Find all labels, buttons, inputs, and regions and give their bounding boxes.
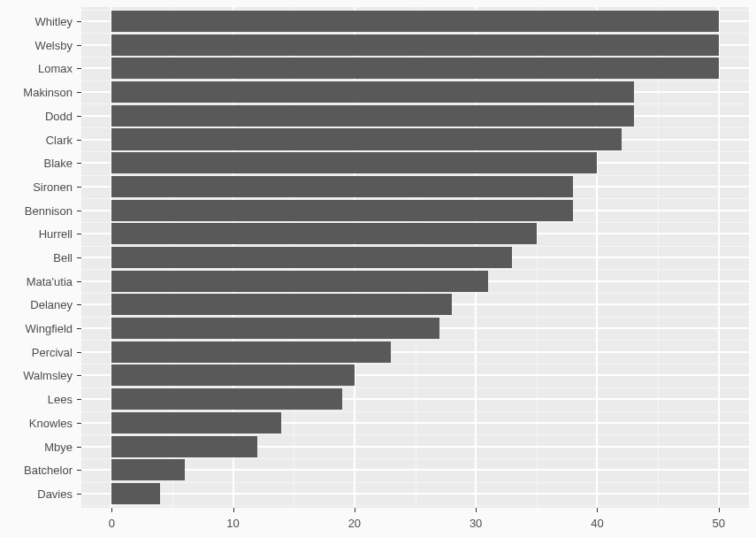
bar-lees	[111, 388, 342, 410]
y-tick-label: Mata'utia	[27, 274, 73, 288]
y-tick-label: Whitley	[34, 15, 73, 28]
y-tick	[77, 211, 81, 211]
bar-bell	[111, 247, 512, 268]
bar-davies	[111, 483, 160, 504]
x-tick	[233, 508, 234, 512]
y-tick	[77, 234, 81, 234]
y-tick	[77, 470, 81, 471]
bar-wingfield	[111, 318, 439, 339]
y-tick	[77, 68, 81, 69]
y-tick	[77, 304, 81, 305]
chart-panel	[81, 7, 749, 508]
y-tick-label: Davies	[37, 487, 73, 500]
x-tick-label: 30	[470, 517, 482, 530]
y-tick-label: Knowles	[29, 416, 73, 429]
bar-welsby	[111, 35, 718, 56]
y-tick-label: Welsby	[35, 38, 73, 51]
bar-knowles	[111, 412, 281, 433]
y-tick-label: Bennison	[25, 203, 73, 217]
y-tick-label: Walmsley	[23, 369, 73, 382]
y-tick-label: Makinson	[23, 86, 73, 99]
x-tick	[355, 508, 355, 512]
bar-makinson	[111, 81, 633, 103]
y-tick-label: Mbye	[44, 440, 73, 453]
y-tick	[77, 423, 81, 424]
x-tick-label: 40	[591, 517, 603, 530]
y-axis-labels: WhitleyWelsbyLomaxMakinsonDoddClarkBlake…	[0, 7, 73, 508]
bar-dodd	[111, 105, 633, 127]
y-tick	[77, 494, 81, 495]
y-tick	[77, 92, 81, 93]
bar-mbye	[111, 436, 257, 457]
y-tick-label: Dodd	[45, 109, 73, 122]
y-tick	[77, 163, 81, 164]
bar-batchelor	[111, 459, 184, 480]
y-tick-label: Blake	[43, 157, 73, 170]
x-tick	[111, 508, 112, 512]
bar-bennison	[111, 200, 573, 221]
bar-percival	[111, 341, 391, 363]
y-tick	[77, 399, 81, 400]
bar-clark	[111, 128, 622, 150]
y-tick	[77, 116, 81, 117]
y-tick-label: Delaney	[30, 298, 73, 311]
x-tick-label: 20	[348, 517, 361, 530]
x-tick-label: 50	[712, 517, 724, 530]
x-tick-label: 10	[226, 517, 239, 530]
y-tick-label: Wingfield	[26, 322, 73, 335]
bar-sironen	[111, 176, 573, 197]
bar-blake	[111, 152, 597, 173]
y-tick	[77, 352, 81, 353]
y-tick	[77, 257, 81, 258]
bar-whitley	[111, 11, 718, 32]
y-tick	[77, 447, 81, 448]
y-tick-label: Hurrell	[39, 227, 73, 241]
y-tick	[77, 140, 81, 141]
y-tick	[77, 187, 81, 188]
bar-matautia	[111, 271, 488, 292]
x-tick	[476, 508, 477, 512]
y-tick	[77, 328, 81, 329]
x-tick	[719, 508, 720, 512]
y-tick	[77, 281, 81, 282]
y-tick-label: Lees	[48, 393, 73, 406]
y-tick-label: Bell	[53, 251, 73, 265]
y-tick-label: Sironen	[33, 180, 73, 193]
y-tick-label: Percival	[32, 345, 73, 358]
bar-walmsley	[111, 364, 355, 386]
y-tick	[77, 375, 81, 376]
bar-hurrell	[111, 223, 536, 244]
y-tick-label: Lomax	[38, 62, 73, 75]
y-tick	[77, 45, 81, 46]
bar-lomax	[111, 58, 718, 79]
bar-delaney	[111, 294, 451, 315]
x-tick	[597, 508, 598, 512]
y-tick-label: Clark	[46, 133, 73, 146]
y-tick	[77, 21, 81, 22]
y-tick-label: Batchelor	[24, 464, 73, 477]
x-tick-label: 0	[109, 517, 115, 530]
